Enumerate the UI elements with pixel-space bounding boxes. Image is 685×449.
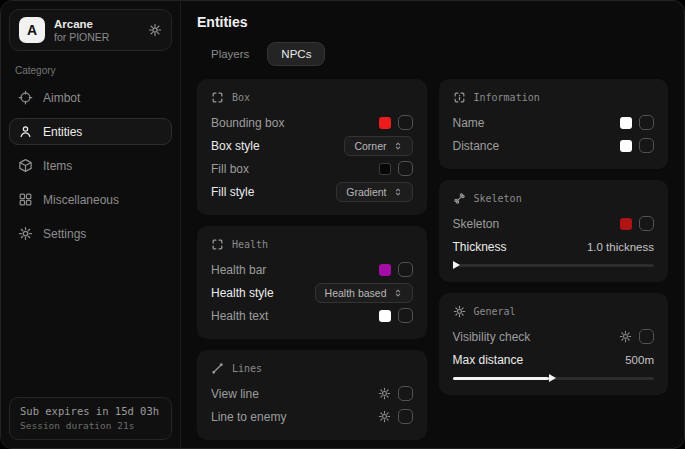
diagonal-line-icon [211,362,224,375]
line-to-enemy-checkbox[interactable] [398,409,413,424]
card-lines: Lines View line Line to enemy [197,350,427,440]
row-bounding-box: Bounding box [211,111,413,134]
sidebar-item-entities[interactable]: Entities [9,118,172,145]
gear-icon [18,226,33,241]
row-fill-box: Fill box [211,157,413,180]
max-distance-value: 500m [625,354,654,366]
sidebar-item-label: Aimbot [43,91,80,105]
entities-icon [18,124,33,139]
scan-corners-icon [211,91,224,104]
color-swatch[interactable] [379,163,391,175]
slider-handle[interactable] [549,374,556,382]
tab-bar: Players NPCs [197,42,668,66]
main-panel: Entities Players NPCs Box Bounding box [181,1,684,448]
content-columns: Box Bounding box Box style Corner [197,79,668,440]
row-health-text: Health text [211,304,413,327]
thickness-slider[interactable] [453,261,655,270]
box-style-dropdown[interactable]: Corner [344,136,412,156]
card-general: General Visibility check Max distance 50… [439,293,669,395]
card-title: Lines [232,363,262,374]
gear-icon [453,305,466,318]
gear-icon[interactable] [378,410,391,423]
page-title: Entities [197,14,668,30]
fill-box-checkbox[interactable] [398,161,413,176]
row-health-style: Health style Health based [211,281,413,304]
sidebar-item-label: Miscellaneous [43,193,119,207]
right-column: Information Name Distance [439,79,669,395]
unfold-icon [393,288,403,298]
crosshair-icon [18,90,33,105]
brand-name: Arcane [54,18,109,30]
row-label: Fill style [211,185,254,199]
tab-players[interactable]: Players [197,42,263,66]
row-label: Fill box [211,162,249,176]
sidebar-item-items[interactable]: Items [9,152,172,179]
color-swatch[interactable] [379,264,391,276]
color-swatch[interactable] [379,117,391,129]
health-style-dropdown[interactable]: Health based [315,283,413,303]
skeleton-checkbox[interactable] [639,216,654,231]
brand-subtitle: for PIONER [54,31,109,43]
row-health-bar: Health bar [211,258,413,281]
color-swatch[interactable] [620,140,632,152]
card-health-header: Health [211,238,413,251]
app-window: A Arcane for PIONER Category Aimbot Enti… [0,0,685,449]
slider-handle[interactable] [453,261,460,269]
health-bar-checkbox[interactable] [398,262,413,277]
row-label: Health text [211,309,268,323]
color-swatch[interactable] [620,218,632,230]
unfold-icon [393,141,403,151]
sidebar-item-label: Settings [43,227,86,241]
color-swatch[interactable] [620,117,632,129]
logo-initial: A [27,22,37,38]
name-checkbox[interactable] [639,115,654,130]
row-skeleton: Skeleton [453,212,655,235]
gear-icon[interactable] [378,387,391,400]
card-information-header: Information [453,91,655,104]
card-information: Information Name Distance [439,79,669,169]
card-box: Box Bounding box Box style Corner [197,79,427,215]
health-text-checkbox[interactable] [398,308,413,323]
dropdown-value: Gradient [346,186,386,198]
sidebar-item-settings[interactable]: Settings [9,220,172,247]
row-label: Line to enemy [211,410,286,424]
row-thickness: Thickness 1.0 thickness [453,235,655,258]
fill-style-dropdown[interactable]: Gradient [336,182,412,202]
session-duration-text: Session duration 21s [20,420,161,431]
card-health: Health Health bar Health style Health ba… [197,226,427,339]
unfold-icon [393,187,403,197]
row-view-line: View line [211,382,413,405]
card-title: Skeleton [474,193,522,204]
color-swatch[interactable] [379,310,391,322]
gear-icon[interactable] [619,330,632,343]
sidebar-item-label: Entities [43,125,82,139]
bone-icon [453,192,466,205]
tab-npcs[interactable]: NPCs [267,42,325,66]
slider-track [453,264,655,267]
dropdown-value: Corner [354,140,386,152]
dropdown-value: Health based [325,287,387,299]
visibility-check-checkbox[interactable] [639,329,654,344]
scan-corners-icon [211,238,224,251]
row-label: Bounding box [211,116,284,130]
max-distance-slider[interactable] [453,374,655,383]
sidebar-item-aimbot[interactable]: Aimbot [9,84,172,111]
card-title: Box [232,92,250,103]
row-label: View line [211,387,259,401]
card-general-header: General [453,305,655,318]
row-name: Name [453,111,655,134]
sidebar-item-miscellaneous[interactable]: Miscellaneous [9,186,172,213]
gear-icon[interactable] [148,23,162,37]
bounding-box-checkbox[interactable] [398,115,413,130]
distance-checkbox[interactable] [639,138,654,153]
view-line-checkbox[interactable] [398,386,413,401]
card-title: Information [474,92,540,103]
row-label: Skeleton [453,217,500,231]
sidebar: A Arcane for PIONER Category Aimbot Enti… [1,1,181,448]
row-line-to-enemy: Line to enemy [211,405,413,428]
row-box-style: Box style Corner [211,134,413,157]
subscription-info: Sub expires in 15d 03h Session duration … [9,397,172,440]
card-skeleton: Skeleton Skeleton Thickness 1.0 thicknes… [439,180,669,282]
row-label: Distance [453,139,500,153]
category-label: Category [15,65,166,76]
